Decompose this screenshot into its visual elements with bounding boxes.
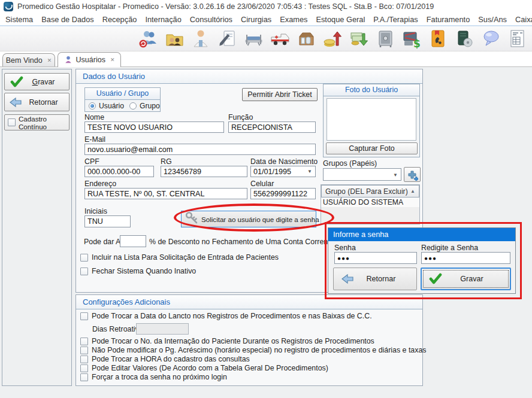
nao-modificar-pg-checkbox[interactable]: Não Pode modificar o Pg. Acréscimo (horá… [80,346,427,354]
grupo-list-header-label: Grupo (DEL Para Excluir) [325,187,408,196]
app-window: Promedico Gestão Hospitalar - Promedico … [0,0,532,398]
endereco-label: Endereço [84,180,116,188]
users-sync-icon[interactable] [138,29,158,49]
hospital-bed-icon[interactable] [244,29,264,49]
senha-gravar-label: Gravar [460,275,483,283]
trocar-data-lancto-checkbox[interactable]: Pode Trocar a Data do Lancto nos Registr… [80,312,372,320]
menu-pa-terapias[interactable]: P.A./Terapias [369,15,422,24]
editar-valores-box-icon[interactable] [80,364,88,372]
grupo-list-item[interactable]: USUÁRIO DO SISTEMA [321,198,419,207]
adicionar-grupo-button[interactable] [404,167,421,182]
endereco-input[interactable] [84,188,247,199]
trocar-data-lancto-box-icon[interactable] [80,312,88,320]
editar-valores-checkbox[interactable]: Pode Editar Valores (De Acordo com a Tab… [80,364,328,372]
forcar-troca-senha-box-icon[interactable] [80,373,88,381]
trocar-no-internacao-box-icon[interactable] [80,338,88,345]
senha-retornar-button[interactable]: Retornar [333,268,417,290]
fechar-sistema-checkbox[interactable]: Fechar Sistema Quando Inativo [80,267,196,275]
prescription-icon[interactable] [217,29,237,49]
doctor-icon[interactable] [191,29,211,49]
senha-input[interactable]: ●●● [334,252,417,264]
money-in-icon[interactable] [323,29,343,49]
menu-base-de-dados[interactable]: Base de Dados [37,15,98,24]
incluir-lista-box-icon[interactable] [80,254,88,262]
grupos-papeis-combo[interactable] [323,168,401,181]
data-nascimento-input[interactable] [250,166,316,177]
capturar-foto-button[interactable]: Capturar Foto [326,142,418,154]
book-cd-icon[interactable] [455,29,474,49]
nome-label: Nome [84,113,104,121]
email-input[interactable] [84,144,316,155]
trocar-hora-box-icon[interactable] [80,356,88,363]
nao-modificar-pg-label: Não Pode modificar o Pg. Acréscimo (horá… [92,346,427,354]
menu-recepcao[interactable]: Recepção [98,15,141,24]
celular-input[interactable] [250,188,316,199]
user-icon [64,56,72,64]
trocar-hora-checkbox[interactable]: Pode Trocar a HORA do cadastro das consu… [80,355,250,363]
redigite-senha-input[interactable]: ●●● [421,252,510,264]
grupo-list-header[interactable]: Grupo (DEL Para Excluir) ▲ [321,185,419,198]
menu-caixa[interactable]: Caixa [511,15,532,24]
incluir-lista-label: Incluir na Lista Para Solicitação de Ent… [92,253,279,262]
menu-exames[interactable]: Exames [276,15,312,24]
menu-sus-ans[interactable]: Sus/Ans [474,15,511,24]
menu-faturamento[interactable]: Faturamento [422,15,474,24]
report-form-icon[interactable] [507,29,527,49]
retornar-button[interactable]: Retornar [4,93,69,111]
desconto-input[interactable] [120,235,146,247]
nome-input[interactable] [84,121,224,133]
forcar-troca-senha-checkbox[interactable]: Forçar a troca da senha no próximo login [80,373,227,381]
funcao-input[interactable] [228,121,316,133]
main-toolbar: $ [0,26,532,51]
trocar-no-internacao-checkbox[interactable]: Pode Trocar o No. da Internação do Pacie… [80,337,374,345]
pharmacy-box-icon[interactable] [297,29,316,49]
iniciais-input[interactable] [84,215,131,227]
cadastro-continuo-box-icon[interactable] [8,119,16,126]
window-title: Promedico Gestão Hospitalar - Promedico … [17,2,434,11]
tab-bem-vindo-label: Bem Vindo [6,56,43,65]
senha-gravar-button[interactable]: Gravar [421,268,511,290]
chat-icon[interactable] [481,29,501,49]
radio-usuario-label: Usuário [99,102,124,110]
cpf-input[interactable] [84,166,154,177]
iniciais-label: Iniciais [84,207,107,215]
radio-grupo[interactable] [129,102,137,110]
menu-cirurgias[interactable]: Cirurgias [237,15,276,24]
back-arrow-icon [341,273,354,285]
gravar-button[interactable]: Gravar [4,73,69,90]
money-out-icon[interactable] [349,29,369,49]
phonebook-icon[interactable] [428,29,448,49]
cash-register-icon[interactable]: $ [402,29,422,49]
tab-usuarios-close-icon[interactable]: ✕ [110,57,115,63]
editar-valores-label: Pode Editar Valores (De Acordo com a Tab… [92,364,328,372]
check-icon [429,273,442,285]
fechar-sistema-box-icon[interactable] [80,268,88,275]
grupos-papeis-dropdown-icon[interactable]: ▼ [393,172,398,178]
data-nascimento-label: Data de Nascimento [250,157,318,166]
cadastro-continuo-checkbox[interactable]: Cadastro Contínuo [4,114,69,130]
radio-usuario[interactable] [89,102,96,110]
incluir-lista-checkbox[interactable]: Incluir na Lista Para Solicitação de Ent… [80,253,279,262]
sort-asc-icon: ▲ [410,189,415,194]
rg-label: RG [161,157,172,166]
menu-estoque-geral[interactable]: Estoque Geral [312,15,369,24]
nao-modificar-pg-box-icon[interactable] [80,347,88,354]
grupos-papeis-label: Grupos (Papéis) [323,159,377,168]
ambulance-icon[interactable] [270,29,290,49]
radio-grupo-label: Grupo [140,102,160,110]
menu-consultorios[interactable]: Consultórios [186,15,237,24]
tab-bem-vindo[interactable]: Bem Vindo ✕ [2,53,55,66]
solicitar-senha-button[interactable]: Solicitar ao usuário que digite a senha [181,211,316,227]
data-nascimento-dropdown-icon[interactable]: ▼ [307,169,312,174]
tab-usuarios[interactable]: Usuários ✕ [58,52,121,67]
tab-bem-vindo-close-icon[interactable]: ✕ [47,57,52,63]
patients-folder-icon[interactable] [165,29,185,49]
menu-sistema[interactable]: Sistema [1,15,37,24]
check-icon [10,76,23,88]
gravar-label: Gravar [32,78,55,86]
rg-input[interactable] [161,166,247,177]
menu-internacao[interactable]: Internação [141,15,185,24]
app-logo-icon [4,2,13,11]
safe-icon[interactable] [376,29,395,49]
permitir-abrir-ticket-button[interactable]: Permitir Abrir Ticket [242,88,318,101]
